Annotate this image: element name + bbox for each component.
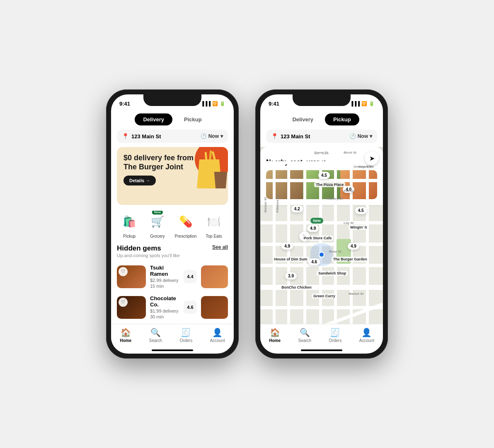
map-marker-5[interactable]: 4.9 xyxy=(307,225,319,232)
cat-label-pickup: Pickup xyxy=(123,234,136,238)
restaurant-image-right-2 xyxy=(201,296,228,319)
map-marker-7[interactable]: 4.6 xyxy=(308,258,320,265)
place-label-greencurry: Green Curry xyxy=(312,294,337,299)
street-label-grove: Grove St xyxy=(314,151,328,154)
home-indicator-1 xyxy=(152,349,193,351)
tab-home-2[interactable]: 🏠 Home xyxy=(269,328,281,343)
pin-icon-1: 📍 xyxy=(122,133,129,140)
tab-search-1[interactable]: 🔍 Search xyxy=(149,328,162,343)
signal-icon: ▐▐▐ xyxy=(201,101,211,106)
orders-icon-2: 🧾 xyxy=(330,328,340,337)
compass-button[interactable]: ➤ xyxy=(365,151,379,165)
tab-bar-1: 🏠 Home 🔍 Search 🧾 Orders 👤 Account xyxy=(111,324,234,348)
page-container: 9:41 ▐▐▐ 🛜 🔋 Delivery Pickup 📍 12 xyxy=(106,89,388,359)
promo-banner[interactable]: $0 delivery fee from The Burger Joint De… xyxy=(117,147,228,205)
cat-label-grocery: Grocery xyxy=(150,234,165,238)
restaurant-item-2[interactable]: ♡ Chocolate Co. $1.99 delivery 30 min 4.… xyxy=(111,292,234,323)
address-text-1: 123 Main St xyxy=(131,133,161,140)
phone-2: 9:41 ▐▐▐ 🛜 🔋 Delivery Pickup 📍 12 xyxy=(255,89,388,359)
restaurant-time-2: 30 min xyxy=(150,314,179,319)
compass-icon: ➤ xyxy=(369,154,375,162)
search-icon-1: 🔍 xyxy=(150,328,161,337)
road-v-7 xyxy=(366,147,369,324)
delivery-tab-1[interactable]: Delivery xyxy=(135,113,172,125)
cat-deals[interactable]: 🏷️ Deals xyxy=(230,211,234,238)
time-pill-1[interactable]: 🕐 Now ▾ xyxy=(201,133,223,139)
restaurant-item-1[interactable]: ♡ Tsuki Ramen $2.99 delivery 15 min 4.4 xyxy=(111,261,234,292)
cat-icon-prescription: 💊 xyxy=(175,211,196,232)
pickup-tab-1[interactable]: Pickup xyxy=(176,113,210,125)
map-marker-8[interactable]: 3.9 xyxy=(285,272,297,279)
search-icon-2: 🔍 xyxy=(300,328,310,337)
tab-account-2[interactable]: 👤 Account xyxy=(359,328,374,343)
orders-icon-1: 🧾 xyxy=(181,328,191,337)
rating-badge-1: 4.4 xyxy=(184,270,197,283)
screen1-scroll: $0 delivery fee from The Burger Joint De… xyxy=(111,147,234,324)
banner-button[interactable]: Details → xyxy=(124,176,156,185)
time-pill-2[interactable]: 🕐 Now ▾ xyxy=(350,133,372,139)
map-marker-3[interactable]: 4.5 xyxy=(355,207,367,214)
hidden-gems-header: Hidden gems Up-and-coming spots you'll l… xyxy=(111,244,234,261)
cat-icon-grocery: 🛒 New xyxy=(147,211,168,232)
tab-orders-2[interactable]: 🧾 Orders xyxy=(329,328,342,343)
tab-account-1[interactable]: 👤 Account xyxy=(210,328,225,343)
restaurant-image-right-1 xyxy=(201,265,228,288)
map-marker-1[interactable]: 4.5 xyxy=(318,172,330,179)
street-label-fillmore: Fillmore St xyxy=(276,195,279,212)
chevron-down-icon-2: ▾ xyxy=(370,133,372,139)
address-bar-1[interactable]: 📍 123 Main St 🕐 Now ▾ xyxy=(117,130,228,143)
street-label-steiner: Steiner St xyxy=(263,197,267,212)
battery-icon: 🔋 xyxy=(220,101,225,106)
cat-pickup[interactable]: 🛍️ Pickup xyxy=(117,211,142,238)
home-icon-1: 🏠 xyxy=(121,328,131,337)
restaurant-name-2: Chocolate Co. xyxy=(150,295,179,308)
road-v-6 xyxy=(350,147,353,324)
street-label-hickory: Hickory St xyxy=(327,197,343,200)
cat-prescription[interactable]: 💊 Prescription xyxy=(173,211,198,238)
tab-search-2[interactable]: 🔍 Search xyxy=(298,328,311,343)
notch-1 xyxy=(143,94,201,106)
wifi-icon-2: 🛜 xyxy=(361,101,367,106)
map-area[interactable]: 4.5 4.0 4.5 4.2 4.9 4.9 4.6 3.9 4.9 🍴 Ne… xyxy=(260,147,383,324)
street-label-birch: Birch St xyxy=(344,151,356,154)
mode-tabs-2: Delivery Pickup xyxy=(260,109,383,130)
cat-icon-deals: 🏷️ xyxy=(231,211,234,232)
status-time-1: 9:41 xyxy=(119,101,130,107)
tab-home-1[interactable]: 🏠 Home xyxy=(120,328,131,343)
cat-grocery[interactable]: 🛒 New Grocery xyxy=(145,211,170,238)
section-subtitle-1: Up-and-coming spots you'll like xyxy=(117,253,180,258)
place-label-sandwich: Sandwich Shop xyxy=(317,271,348,276)
wifi-icon: 🛜 xyxy=(212,101,218,106)
favorite-button-2[interactable]: ♡ xyxy=(119,298,128,307)
pickup-tab-2[interactable]: Pickup xyxy=(325,113,359,125)
category-list: 🛍️ Pickup 🛒 New Grocery 💊 P xyxy=(111,211,234,244)
home-icon-2: 🏠 xyxy=(270,328,280,337)
map-marker-6[interactable]: 4.9 xyxy=(281,243,293,250)
tab-label-search-2: Search xyxy=(298,338,311,343)
address-text-2: 123 Main St xyxy=(281,133,310,140)
road-v-1 xyxy=(273,147,276,324)
tab-label-account-1: Account xyxy=(210,338,225,343)
cup-shape xyxy=(213,172,228,188)
map-marker-4[interactable]: 4.2 xyxy=(291,205,303,212)
status-icons-2: ▐▐▐ 🛜 🔋 xyxy=(350,101,375,106)
place-label-burger-garden: The Burger Garden xyxy=(332,257,369,262)
street-label-octavia: Octavia Blvd xyxy=(354,165,373,169)
map-marker-9[interactable]: 4.9 xyxy=(348,243,359,250)
tab-label-search-1: Search xyxy=(149,338,162,343)
tab-bar-2: 🏠 Home 🔍 Search 🧾 Orders 👤 Account xyxy=(260,324,383,348)
clock-icon-2: 🕐 xyxy=(350,133,356,139)
cat-icon-topeats: 🍽️ xyxy=(203,211,225,232)
new-badge-grocery: New xyxy=(152,211,163,214)
account-icon-2: 👤 xyxy=(361,328,372,337)
delivery-tab-2[interactable]: Delivery xyxy=(284,113,322,125)
cat-topeats[interactable]: 🍽️ Top Eats xyxy=(201,211,226,238)
see-all-button[interactable]: See all xyxy=(212,244,228,250)
place-label-pizza: The Pizza Place xyxy=(314,182,345,187)
home-indicator-2 xyxy=(301,349,342,351)
favorite-button-1[interactable]: ♡ xyxy=(119,267,128,276)
restaurant-info-1: Tsuki Ramen $2.99 delivery 15 min xyxy=(150,265,179,289)
tab-orders-1[interactable]: 🧾 Orders xyxy=(180,328,193,343)
street-label-lily: Lily St xyxy=(344,221,354,225)
address-bar-2[interactable]: 📍 123 Main St 🕐 Now ▾ xyxy=(266,130,377,143)
